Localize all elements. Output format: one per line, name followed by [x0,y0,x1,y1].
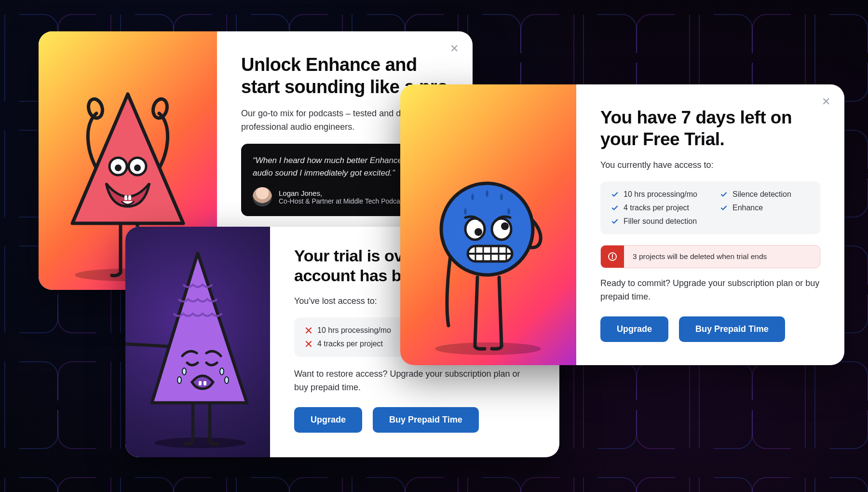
trial-illustration [400,84,576,365]
warning-text: 3 projects will be deleted when trial en… [624,246,775,268]
check-icon [720,204,728,212]
avatar [253,187,272,206]
trial-end-warning: 3 projects will be deleted when trial en… [600,245,820,268]
check-icon [611,218,619,225]
alert-icon [601,246,624,268]
free-trial-modal: ✕ You have 7 days left on your Free Tria… [400,84,844,365]
svg-point-4 [86,97,104,120]
x-icon [305,327,312,334]
check-icon [611,191,619,198]
buy-prepaid-button[interactable]: Buy Prepaid Time [679,316,785,342]
svg-point-13 [182,368,186,375]
feature-item: Filler sound detection [611,217,701,226]
svg-rect-18 [203,381,206,385]
testimonial-name: Logan Jones, [279,189,406,197]
lost-feature-label: 10 hrs processing/mo [317,326,391,335]
close-button[interactable]: ✕ [448,42,461,55]
close-button[interactable]: ✕ [819,95,833,109]
testimonial-role: Co-Host & Partner at Middle Tech Podcast [279,197,406,205]
feature-label: Filler sound detection [624,217,697,226]
svg-point-24 [475,228,482,236]
restore-lead: Want to restore access? Upgrade your sub… [294,368,535,395]
feature-item: 4 tracks per project [611,204,701,212]
commit-lead: Ready to commit? Upgrade your subscripti… [600,277,820,304]
feature-item: Enhance [720,204,810,212]
svg-point-12 [154,437,246,448]
svg-point-22 [465,219,485,240]
svg-rect-11 [128,195,131,200]
feature-label: Silence detection [732,190,791,199]
lost-feature-label: 4 tracks per project [317,340,383,348]
feature-label: 10 hrs processing/mo [624,190,697,199]
svg-rect-17 [199,381,202,385]
feature-label: 4 tracks per project [624,204,689,212]
svg-point-25 [501,222,509,230]
svg-rect-10 [124,195,127,200]
features-box: 10 hrs processing/mo Silence detection 4… [600,181,820,234]
svg-point-15 [220,368,224,375]
svg-point-8 [115,164,122,171]
svg-point-35 [612,258,613,260]
buy-prepaid-button[interactable]: Buy Prepaid Time [373,407,479,433]
modal-title: You have 7 days left on your Free Trial. [600,107,820,150]
access-lead: You currently have access to: [600,159,820,172]
feature-label: Enhance [732,204,763,212]
check-icon [720,191,728,198]
lost-feature: 10 hrs processing/mo [305,326,409,335]
upgrade-button[interactable]: Upgrade [600,316,668,342]
svg-point-16 [225,377,229,383]
svg-point-19 [435,342,541,355]
svg-point-9 [134,164,141,171]
trial-over-illustration [125,227,270,457]
x-icon [305,340,312,348]
svg-point-23 [492,219,511,240]
svg-point-14 [177,377,181,383]
svg-point-5 [151,97,169,120]
feature-item: 10 hrs processing/mo [611,190,701,199]
feature-item: Silence detection [720,190,810,199]
check-icon [611,204,619,212]
lost-feature: 4 tracks per project [305,340,409,348]
upgrade-button[interactable]: Upgrade [294,407,362,433]
